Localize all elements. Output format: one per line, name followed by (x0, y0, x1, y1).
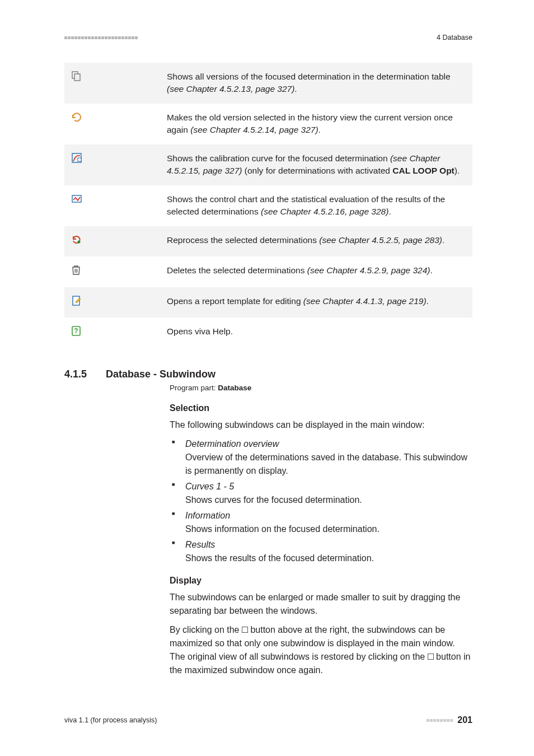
program-part-value: Database (218, 384, 251, 392)
footer-left: viva 1.1 (for process analysis) (64, 716, 157, 724)
maximize-icon (242, 627, 248, 633)
list-item: ResultsShows the results of the focused … (170, 538, 472, 565)
selection-heading: Selection (170, 402, 472, 415)
icon-description: Opens a report template for editing (see… (162, 287, 472, 318)
list-item-desc: Shows information on the focused determi… (185, 524, 380, 534)
calibration-curve-icon (64, 144, 162, 185)
help-icon: ? (64, 318, 162, 348)
table-row: Shows the calibration curve for the focu… (64, 144, 472, 185)
list-item-title: Curves 1 - 5 (185, 480, 472, 493)
list-item: Determination overviewOverview of the de… (170, 437, 472, 478)
delete-icon (64, 256, 162, 287)
svg-rect-1 (74, 74, 80, 81)
page-footer: viva 1.1 (for process analysis) 201 (64, 715, 472, 725)
restore-version-icon (64, 104, 162, 144)
footer-ornament (427, 719, 453, 722)
list-item-desc: Shows curves for the focused determinati… (185, 495, 362, 505)
list-item-desc: Overview of the determinations saved in … (185, 452, 467, 475)
restore-icon (428, 654, 434, 660)
svg-rect-3 (78, 158, 81, 161)
display-heading: Display (170, 574, 472, 587)
control-chart-icon (64, 185, 162, 226)
icon-description: Makes the old version selected in the hi… (162, 104, 472, 144)
display-p2a: By clicking on the (170, 625, 242, 634)
svg-point-5 (78, 240, 81, 243)
table-row: ?Opens viva Help. (64, 318, 472, 348)
icon-description: Reprocess the selected determinations (s… (162, 226, 472, 256)
toolbar-icons-table: Shows all versions of the focused determ… (64, 63, 472, 348)
list-item-title: Results (185, 538, 472, 552)
edit-template-icon (64, 287, 162, 318)
list-item: Curves 1 - 5Shows curves for the focused… (170, 480, 472, 507)
icon-description: Shows the control chart and the statisti… (162, 185, 472, 226)
section-title: Database - Subwindow (106, 368, 216, 380)
selection-list: Determination overviewOverview of the de… (170, 437, 472, 565)
display-para-1: The subwindows can be enlarged or made s… (170, 591, 472, 618)
icon-description: Opens viva Help. (162, 318, 472, 348)
program-part-line: Program part: Database (170, 382, 472, 394)
icon-description: Shows the calibration curve for the focu… (162, 144, 472, 185)
versions-icon (64, 63, 162, 104)
list-item-title: Determination overview (185, 437, 472, 451)
display-para-2: By clicking on the button above at the r… (170, 623, 472, 677)
table-row: Makes the old version selected in the hi… (64, 104, 472, 144)
program-part-label: Program part: (170, 384, 218, 392)
list-item-desc: Shows the results of the focused determi… (185, 553, 374, 563)
table-row: Shows all versions of the focused determ… (64, 63, 472, 104)
page-number: 201 (457, 715, 472, 725)
table-row: Opens a report template for editing (see… (64, 287, 472, 318)
icon-description: Shows all versions of the focused determ… (162, 63, 472, 104)
list-item-title: Information (185, 509, 472, 522)
reprocess-icon (64, 226, 162, 256)
icon-description: Deletes the selected determinations (see… (162, 256, 472, 287)
header-ornament (64, 36, 138, 39)
section-heading-row: 4.1.5 Database - Subwindow (64, 368, 472, 380)
svg-text:?: ? (74, 327, 78, 335)
table-row: Shows the control chart and the statisti… (64, 185, 472, 226)
selection-intro: The following subwindows can be displaye… (170, 418, 472, 432)
table-row: Reprocess the selected determinations (s… (64, 226, 472, 256)
table-row: Deletes the selected determinations (see… (64, 256, 472, 287)
list-item: InformationShows information on the focu… (170, 509, 472, 536)
section-number: 4.1.5 (64, 368, 87, 380)
header-chapter: 4 Database (437, 34, 472, 41)
page-header: 4 Database (64, 34, 472, 41)
